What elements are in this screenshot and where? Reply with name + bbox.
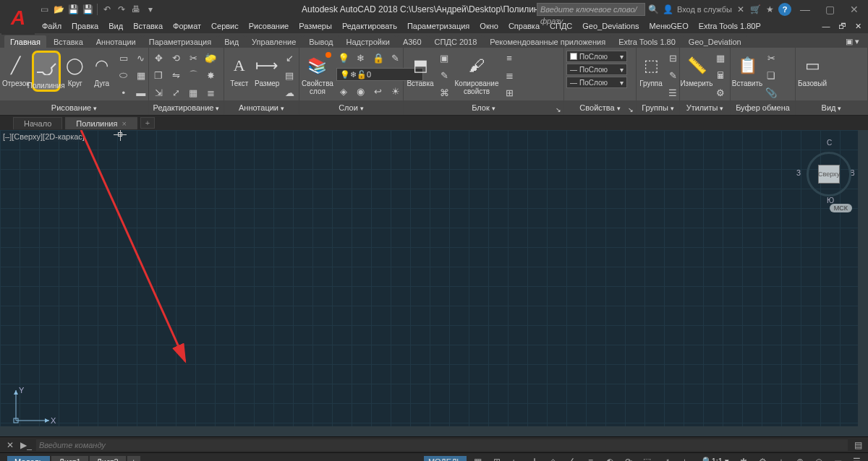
layeron-icon[interactable]: ◉: [354, 84, 368, 98]
menu-parametric[interactable]: Параметризация: [403, 20, 474, 32]
viewcube-north[interactable]: С: [827, 139, 832, 147]
layermatch-icon[interactable]: ✎: [388, 51, 403, 65]
panel-props-title[interactable]: Свойства▾↘: [564, 100, 636, 115]
layout-tab-model[interactable]: Модель: [7, 456, 50, 462]
panel-layers-title[interactable]: Слои▾: [299, 100, 403, 115]
ortho-toggle-icon[interactable]: ⊾: [509, 455, 523, 462]
viewcube[interactable]: С З В Ю Сверху: [804, 136, 858, 208]
menu-format[interactable]: Формат: [169, 20, 205, 32]
layout-tab-2[interactable]: Лист2: [90, 456, 126, 462]
doc-tab-new[interactable]: +: [140, 117, 155, 129]
exchange-icon[interactable]: ✕: [735, 4, 746, 15]
menu-insert[interactable]: Вставка: [129, 20, 167, 32]
menu-help[interactable]: Справка: [504, 20, 544, 32]
doc-tab-close-icon[interactable]: ×: [122, 119, 127, 128]
ribbon-collapse-button[interactable]: ▣ ▾: [840, 35, 865, 48]
layeroff-icon[interactable]: 💡: [336, 51, 351, 65]
hatch-icon[interactable]: ▦: [134, 68, 148, 82]
doc-close-icon[interactable]: ✕: [852, 20, 864, 32]
blk2-icon[interactable]: ≣: [502, 68, 516, 82]
panel-block-title[interactable]: Блок▾ ↘: [404, 100, 563, 115]
move-icon[interactable]: ✥: [151, 51, 166, 65]
redo-icon[interactable]: ↷: [115, 3, 128, 16]
measure-button[interactable]: 📏 Измерить: [682, 51, 711, 87]
spline-icon[interactable]: ∿: [134, 51, 148, 65]
linetype-combo[interactable]: — ПоСлою▾: [566, 77, 627, 88]
matchprop-button[interactable]: 🖌 Копирование свойств: [454, 51, 500, 95]
table-icon[interactable]: ▤: [282, 68, 297, 82]
hardware-accel-icon[interactable]: ⊕: [793, 455, 807, 462]
ribbon-tab-geodeviation[interactable]: Geo_Deviation: [683, 35, 747, 48]
menu-file[interactable]: Файл: [38, 20, 66, 32]
menu-extratools[interactable]: Extra Tools 1.80P: [694, 20, 765, 32]
paste-button[interactable]: 📋 Вставить: [733, 51, 762, 87]
copyclip-icon[interactable]: ❏: [764, 68, 778, 82]
ribbon-tab-spds[interactable]: СПДС 2018: [429, 35, 483, 48]
scale-icon[interactable]: ⤢: [169, 85, 183, 100]
baseview-button[interactable]: ▭ Базовый: [798, 51, 827, 87]
blk1-icon[interactable]: ≡: [502, 51, 516, 65]
menu-tools[interactable]: Сервис: [207, 20, 243, 32]
menu-dimension[interactable]: Размеры: [294, 20, 336, 32]
ellipse-icon[interactable]: ⬭: [116, 68, 131, 82]
panel-annot-title[interactable]: Аннотации▾: [224, 100, 299, 115]
search-icon[interactable]: 🔍: [648, 4, 660, 15]
point-icon[interactable]: •: [116, 85, 131, 100]
menu-draw[interactable]: Рисование: [244, 20, 293, 32]
maximize-button[interactable]: ▢: [819, 2, 841, 17]
doc-min-icon[interactable]: —: [820, 20, 832, 32]
cloud-icon[interactable]: ☁: [282, 85, 297, 100]
ribbon-tab-addins[interactable]: Надстройки: [341, 35, 396, 48]
cleanscreen-icon[interactable]: ▭: [830, 455, 845, 462]
blk3-icon[interactable]: ⊞: [502, 85, 516, 100]
menu-view[interactable]: Вид: [104, 20, 127, 32]
region-icon[interactable]: ▬: [134, 85, 148, 100]
stretch-icon[interactable]: ⇲: [151, 85, 166, 100]
line-button[interactable]: ╱ Отрезок: [2, 51, 30, 87]
color-combo[interactable]: ПоСлою▾: [566, 51, 627, 62]
cut-icon[interactable]: ✂: [764, 51, 778, 65]
save-icon[interactable]: 💾: [67, 3, 80, 16]
groupmgr-icon[interactable]: ☰: [665, 85, 680, 100]
menu-edit[interactable]: Правка: [67, 20, 103, 32]
group-button[interactable]: ⬚ Группа: [639, 51, 663, 87]
lwt-toggle-icon[interactable]: ≡: [584, 455, 598, 462]
doc-restore-icon[interactable]: 🗗: [836, 20, 848, 32]
close-button[interactable]: ✕: [843, 2, 865, 17]
menu-window[interactable]: Окно: [475, 20, 503, 32]
vertical-scrollbar[interactable]: [858, 130, 868, 436]
print-icon[interactable]: 🖶: [129, 3, 142, 16]
anno-scale[interactable]: 🔎 1:1 ▾: [697, 457, 732, 461]
layeriso-icon[interactable]: ◈: [336, 84, 351, 98]
minimize-button[interactable]: —: [794, 2, 816, 17]
polar-toggle-icon[interactable]: ✛: [527, 455, 542, 462]
wcs-badge[interactable]: МСК: [830, 204, 852, 212]
attr-edit-icon[interactable]: ⌘: [437, 85, 451, 100]
calc-icon[interactable]: 🖩: [713, 68, 728, 82]
fillet-icon[interactable]: ⌒: [186, 68, 200, 82]
ribbon-tab-view[interactable]: Вид: [218, 35, 244, 48]
cmd-recent-icon[interactable]: ▶_: [20, 439, 32, 451]
anno-visibility-icon[interactable]: ✱: [736, 455, 751, 462]
layerlock-icon[interactable]: 🔒: [371, 51, 386, 65]
ribbon-tab-featured[interactable]: Рекомендованные приложения: [484, 35, 611, 48]
doc-tab-start[interactable]: Начало: [13, 117, 62, 129]
osnap-toggle-icon[interactable]: ◇: [546, 455, 561, 462]
menu-geodev[interactable]: Geo_Deviations: [578, 20, 643, 32]
panel-view-title[interactable]: Вид▾: [796, 100, 867, 115]
leader-icon[interactable]: ↙: [282, 51, 297, 65]
explode-icon[interactable]: ✸: [203, 68, 218, 82]
groupedit-icon[interactable]: ✎: [665, 68, 680, 82]
panel-utils-title[interactable]: Утилиты▾: [680, 100, 730, 115]
lineweight-combo[interactable]: — ПоСлою▾: [566, 64, 627, 75]
edit-block-icon[interactable]: ✎: [437, 68, 451, 82]
ribbon-tab-a360[interactable]: A360: [397, 35, 427, 48]
rotate-icon[interactable]: ⟲: [169, 51, 183, 65]
saveas-icon[interactable]: 💾: [81, 3, 94, 16]
isolate-icon[interactable]: ◎: [812, 455, 826, 462]
panel-groups-title[interactable]: Группы▾: [637, 100, 679, 115]
drawing-canvas[interactable]: [–][Сверху][2D-каркас] X Y С З В Ю Сверх…: [0, 130, 868, 436]
ucs-icon[interactable]: X Y: [12, 386, 55, 426]
ribbon-tab-annotate[interactable]: Аннотации: [90, 35, 142, 48]
transparency-toggle-icon[interactable]: ◐: [603, 455, 617, 462]
